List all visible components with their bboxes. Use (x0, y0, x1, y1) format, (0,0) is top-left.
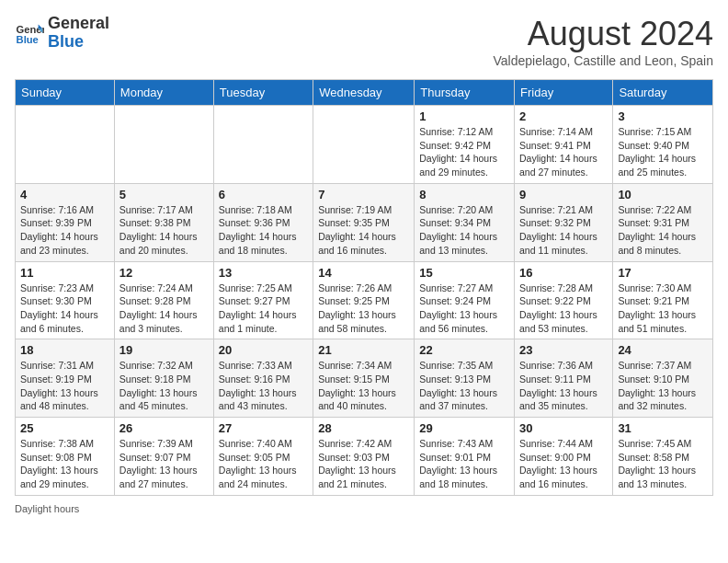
day-number: 3 (618, 109, 708, 123)
calendar-cell (114, 106, 213, 184)
calendar-cell: 22Sunrise: 7:35 AMSunset: 9:13 PMDayligh… (415, 339, 515, 418)
calendar-cell: 7Sunrise: 7:19 AMSunset: 9:35 PMDaylight… (313, 183, 415, 261)
calendar-cell: 28Sunrise: 7:42 AMSunset: 9:03 PMDayligh… (313, 418, 415, 496)
week-row-3: 11Sunrise: 7:23 AMSunset: 9:30 PMDayligh… (16, 261, 713, 339)
day-number: 2 (519, 109, 608, 123)
weekday-header-row: SundayMondayTuesdayWednesdayThursdayFrid… (16, 80, 713, 106)
weekday-header-friday: Friday (515, 80, 613, 106)
calendar-cell (16, 106, 115, 184)
day-info: Sunrise: 7:39 AMSunset: 9:07 PMDaylight:… (119, 437, 209, 491)
location: Valdepielago, Castille and Leon, Spain (494, 53, 713, 68)
weekday-header-sunday: Sunday (16, 80, 115, 106)
calendar-cell: 30Sunrise: 7:44 AMSunset: 9:00 PMDayligh… (515, 418, 613, 496)
title-block: August 2024 Valdepielago, Castille and L… (494, 15, 713, 68)
day-number: 8 (419, 188, 509, 201)
calendar-cell: 6Sunrise: 7:18 AMSunset: 9:36 PMDaylight… (213, 183, 313, 261)
calendar-cell: 5Sunrise: 7:17 AMSunset: 9:38 PMDaylight… (114, 183, 213, 261)
day-number: 30 (519, 421, 608, 435)
calendar-cell: 12Sunrise: 7:24 AMSunset: 9:28 PMDayligh… (114, 261, 213, 339)
calendar-cell: 26Sunrise: 7:39 AMSunset: 9:07 PMDayligh… (114, 418, 213, 496)
day-number: 26 (119, 421, 209, 435)
day-number: 24 (618, 343, 708, 357)
calendar-cell: 20Sunrise: 7:33 AMSunset: 9:16 PMDayligh… (213, 339, 313, 418)
calendar-cell: 19Sunrise: 7:32 AMSunset: 9:18 PMDayligh… (114, 339, 213, 418)
day-info: Sunrise: 7:19 AMSunset: 9:35 PMDaylight:… (318, 203, 409, 258)
day-info: Sunrise: 7:36 AMSunset: 9:11 PMDaylight:… (519, 359, 608, 413)
calendar-cell: 27Sunrise: 7:40 AMSunset: 9:05 PMDayligh… (213, 418, 313, 496)
day-number: 19 (119, 343, 209, 357)
calendar-cell (213, 106, 313, 184)
day-info: Sunrise: 7:44 AMSunset: 9:00 PMDaylight:… (519, 437, 608, 491)
calendar-cell: 14Sunrise: 7:26 AMSunset: 9:25 PMDayligh… (313, 261, 415, 339)
week-row-4: 18Sunrise: 7:31 AMSunset: 9:19 PMDayligh… (16, 339, 713, 418)
day-number: 31 (618, 421, 708, 435)
day-info: Sunrise: 7:42 AMSunset: 9:03 PMDaylight:… (318, 437, 409, 491)
week-row-1: 1Sunrise: 7:12 AMSunset: 9:42 PMDaylight… (16, 106, 713, 184)
day-info: Sunrise: 7:18 AMSunset: 9:36 PMDaylight:… (219, 203, 308, 258)
weekday-header-thursday: Thursday (415, 80, 515, 106)
calendar-cell: 3Sunrise: 7:15 AMSunset: 9:40 PMDaylight… (613, 106, 713, 184)
day-number: 6 (219, 188, 308, 201)
daylight-label: Daylight hours (15, 503, 79, 514)
footer: Daylight hours (15, 503, 713, 514)
calendar-cell: 29Sunrise: 7:43 AMSunset: 9:01 PMDayligh… (415, 418, 515, 496)
calendar-cell: 16Sunrise: 7:28 AMSunset: 9:22 PMDayligh… (515, 261, 613, 339)
day-number: 23 (519, 343, 608, 357)
day-info: Sunrise: 7:45 AMSunset: 8:58 PMDaylight:… (618, 437, 708, 491)
weekday-header-tuesday: Tuesday (213, 80, 313, 106)
day-info: Sunrise: 7:43 AMSunset: 9:01 PMDaylight:… (419, 437, 509, 491)
day-info: Sunrise: 7:20 AMSunset: 9:34 PMDaylight:… (419, 203, 509, 258)
weekday-header-monday: Monday (114, 80, 213, 106)
calendar-cell: 24Sunrise: 7:37 AMSunset: 9:10 PMDayligh… (613, 339, 713, 418)
logo: General Blue General Blue (15, 15, 109, 52)
page-header: General Blue General Blue August 2024 Va… (15, 15, 713, 68)
svg-text:Blue: Blue (17, 34, 39, 45)
logo-text: General Blue (48, 15, 109, 52)
weekday-header-saturday: Saturday (613, 80, 713, 106)
day-number: 4 (20, 188, 109, 201)
day-number: 18 (20, 343, 109, 357)
calendar-cell: 25Sunrise: 7:38 AMSunset: 9:08 PMDayligh… (16, 418, 115, 496)
calendar-cell: 13Sunrise: 7:25 AMSunset: 9:27 PMDayligh… (213, 261, 313, 339)
day-info: Sunrise: 7:34 AMSunset: 9:15 PMDaylight:… (318, 359, 409, 413)
calendar-table: SundayMondayTuesdayWednesdayThursdayFrid… (15, 79, 713, 496)
day-number: 14 (318, 266, 409, 280)
day-info: Sunrise: 7:15 AMSunset: 9:40 PMDaylight:… (618, 125, 708, 179)
day-info: Sunrise: 7:23 AMSunset: 9:30 PMDaylight:… (20, 282, 109, 336)
day-number: 9 (519, 188, 608, 201)
calendar-cell: 23Sunrise: 7:36 AMSunset: 9:11 PMDayligh… (515, 339, 613, 418)
day-info: Sunrise: 7:14 AMSunset: 9:41 PMDaylight:… (519, 125, 608, 179)
day-info: Sunrise: 7:33 AMSunset: 9:16 PMDaylight:… (219, 359, 308, 413)
day-number: 15 (419, 266, 509, 280)
calendar-cell: 8Sunrise: 7:20 AMSunset: 9:34 PMDaylight… (415, 183, 515, 261)
logo-icon: General Blue (15, 18, 44, 48)
day-info: Sunrise: 7:24 AMSunset: 9:28 PMDaylight:… (119, 282, 209, 336)
day-info: Sunrise: 7:25 AMSunset: 9:27 PMDaylight:… (219, 282, 308, 336)
day-info: Sunrise: 7:26 AMSunset: 9:25 PMDaylight:… (318, 282, 409, 336)
calendar-cell: 11Sunrise: 7:23 AMSunset: 9:30 PMDayligh… (16, 261, 115, 339)
day-info: Sunrise: 7:37 AMSunset: 9:10 PMDaylight:… (618, 359, 708, 413)
day-info: Sunrise: 7:30 AMSunset: 9:21 PMDaylight:… (618, 282, 708, 336)
calendar-cell: 9Sunrise: 7:21 AMSunset: 9:32 PMDaylight… (515, 183, 613, 261)
calendar-cell: 17Sunrise: 7:30 AMSunset: 9:21 PMDayligh… (613, 261, 713, 339)
day-info: Sunrise: 7:16 AMSunset: 9:39 PMDaylight:… (20, 203, 109, 258)
calendar-cell: 2Sunrise: 7:14 AMSunset: 9:41 PMDaylight… (515, 106, 613, 184)
calendar-cell (313, 106, 415, 184)
day-info: Sunrise: 7:21 AMSunset: 9:32 PMDaylight:… (519, 203, 608, 258)
day-info: Sunrise: 7:22 AMSunset: 9:31 PMDaylight:… (618, 203, 708, 258)
day-info: Sunrise: 7:28 AMSunset: 9:22 PMDaylight:… (519, 282, 608, 336)
day-info: Sunrise: 7:17 AMSunset: 9:38 PMDaylight:… (119, 203, 209, 258)
day-info: Sunrise: 7:32 AMSunset: 9:18 PMDaylight:… (119, 359, 209, 413)
week-row-5: 25Sunrise: 7:38 AMSunset: 9:08 PMDayligh… (16, 418, 713, 496)
day-number: 20 (219, 343, 308, 357)
day-info: Sunrise: 7:27 AMSunset: 9:24 PMDaylight:… (419, 282, 509, 336)
day-number: 27 (219, 421, 308, 435)
day-number: 5 (119, 188, 209, 201)
day-number: 10 (618, 188, 708, 201)
day-info: Sunrise: 7:31 AMSunset: 9:19 PMDaylight:… (20, 359, 109, 413)
day-number: 17 (618, 266, 708, 280)
day-info: Sunrise: 7:35 AMSunset: 9:13 PMDaylight:… (419, 359, 509, 413)
day-number: 28 (318, 421, 409, 435)
day-number: 1 (419, 109, 509, 123)
day-number: 22 (419, 343, 509, 357)
